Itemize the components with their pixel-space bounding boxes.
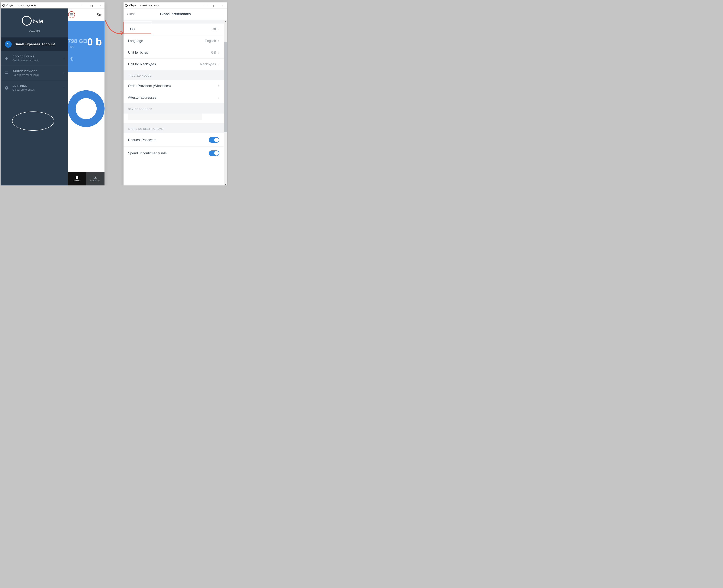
device-address-redacted: [128, 113, 202, 120]
chevron-right-icon: ›: [218, 27, 219, 31]
chevron-right-icon: ›: [218, 62, 219, 66]
tab-label: HOME: [73, 180, 80, 182]
hero-amount-faded: 798 GB: [68, 38, 87, 44]
preferences-list: TOR Off › Language English › Unit for by…: [124, 20, 224, 186]
section-header-trusted-nodes: TRUSTED NODES: [124, 70, 224, 80]
toggle-request-password[interactable]: [209, 137, 219, 143]
menu-subtitle: Create a new account: [13, 59, 38, 62]
window-main: Obyte — smart payments — ▢ ✕ byte v4.0.0…: [1, 2, 105, 186]
menu-title: PAIRED DEVICES: [13, 69, 39, 73]
window-controls: — ▢ ✕: [201, 2, 227, 8]
version-label: v4.0.0 light: [3, 29, 66, 32]
prefs-header: Close Global preferences: [124, 8, 227, 20]
hamburger-menu-button[interactable]: [68, 11, 75, 18]
peek-header: Sm: [68, 8, 105, 21]
main-content-peek: Sm 798 GB $20 0 b ‹ HOME REC: [68, 8, 105, 186]
chevron-right-icon: ›: [218, 39, 219, 43]
home-icon: [75, 176, 79, 179]
sidebar: byte v4.0.0 light S Small Expenses Accou…: [1, 8, 68, 186]
section-header-spending-restrictions: SPENDING RESTRICTIONS: [124, 123, 224, 133]
pref-row-tor[interactable]: TOR Off ›: [124, 23, 224, 35]
obyte-logo: byte: [20, 14, 48, 27]
pref-row-request-password[interactable]: Request Password: [124, 133, 224, 147]
svg-rect-1: [5, 72, 8, 74]
logo-block: byte v4.0.0 light: [1, 8, 68, 33]
chevron-right-icon: ›: [63, 57, 64, 60]
app-circle-icon: [2, 4, 5, 7]
chevron-right-icon: ›: [218, 84, 219, 88]
maximize-button[interactable]: ▢: [210, 2, 219, 8]
account-row[interactable]: S Small Expenses Account: [1, 38, 68, 51]
hero-back-chevron-icon[interactable]: ‹: [70, 53, 73, 63]
close-window-button[interactable]: ✕: [219, 2, 227, 8]
tab-receive[interactable]: RECEIVE: [86, 172, 105, 186]
tor-highlight-annotation: [124, 22, 151, 34]
window-controls: — ▢ ✕: [79, 2, 105, 8]
pref-label: TOR: [128, 27, 135, 31]
section-header-device-address: DEVICE ADDRESS: [124, 104, 224, 113]
close-window-button[interactable]: ✕: [96, 2, 105, 8]
window-preferences: Obyte — smart payments — ▢ ✕ Close Globa…: [124, 2, 227, 186]
menu-subtitle: Co-signers for multisig: [13, 74, 39, 77]
logo-text: byte: [33, 18, 43, 24]
maximize-button[interactable]: ▢: [87, 2, 96, 8]
window-title: Obyte — smart payments: [129, 4, 159, 7]
bottom-tabs: HOME RECEIVE: [68, 172, 105, 186]
peek-title-fragment: Sm: [97, 13, 102, 17]
download-icon: [93, 176, 97, 179]
pref-row-spend-unconfirmed[interactable]: Spend unconfirmed funds: [124, 147, 224, 160]
pref-value: Off: [211, 27, 216, 31]
pref-label: Attestor addresses: [128, 96, 156, 100]
pref-value: English: [205, 39, 216, 43]
chevron-right-icon: ›: [218, 96, 219, 100]
tab-label: RECEIVE: [90, 180, 101, 182]
svg-point-3: [72, 94, 101, 123]
pref-value: blackbytes: [200, 62, 216, 66]
scroll-up-button[interactable]: ▴: [224, 20, 227, 23]
account-badge: S: [5, 41, 12, 48]
vertical-scrollbar[interactable]: ▴ ▾: [224, 20, 227, 186]
plus-icon: [4, 57, 9, 60]
pref-label: Order Providers (Witnesses): [128, 84, 171, 88]
pref-label: Unit for bytes: [128, 51, 148, 55]
titlebar-prefs: Obyte — smart payments — ▢ ✕: [124, 2, 227, 8]
sidebar-item-add-account[interactable]: ADD ACCOUNT Create a new account ›: [1, 51, 68, 66]
pref-label: Spend unconfirmed funds: [128, 151, 167, 155]
hero-amount-faded-sub: $20: [70, 45, 74, 48]
menu-title: ADD ACCOUNT: [13, 55, 38, 58]
scroll-down-button[interactable]: ▾: [224, 183, 227, 186]
chevron-right-icon: ›: [218, 51, 219, 55]
close-link[interactable]: Close: [127, 12, 135, 16]
pref-label: Request Password: [128, 138, 156, 142]
pref-row-unit-blackbytes[interactable]: Unit for blackbytes blackbytes ›: [124, 59, 224, 70]
sidebar-item-paired-devices[interactable]: PAIRED DEVICES Co-signers for multisig ›: [1, 66, 68, 80]
balance-hero: 798 GB $20 0 b ‹: [68, 21, 105, 72]
chevron-right-icon: ›: [63, 86, 64, 89]
account-name: Small Expenses Account: [15, 42, 55, 46]
laptop-icon: [4, 71, 9, 75]
svg-point-0: [22, 16, 31, 25]
prefs-title: Global preferences: [124, 12, 227, 16]
pref-label: Language: [128, 39, 143, 43]
pref-row-unit-bytes[interactable]: Unit for bytes GB ›: [124, 47, 224, 59]
pref-label: Unit for blackbytes: [128, 62, 156, 66]
window-title: Obyte — smart payments: [6, 4, 36, 7]
pref-row-attestor[interactable]: Attestor addresses ›: [124, 92, 224, 104]
minimize-button[interactable]: —: [79, 2, 87, 8]
hero-balance: 0 b: [87, 36, 102, 48]
svg-rect-2: [4, 74, 9, 75]
donut-chart: [68, 72, 105, 172]
pref-row-language[interactable]: Language English ›: [124, 35, 224, 47]
scrollbar-thumb[interactable]: [224, 42, 227, 132]
pref-row-order-providers[interactable]: Order Providers (Witnesses) ›: [124, 80, 224, 92]
minimize-button[interactable]: —: [201, 2, 210, 8]
gear-icon: [4, 86, 9, 90]
toggle-spend-unconfirmed[interactable]: [209, 150, 219, 156]
tab-home[interactable]: HOME: [68, 172, 86, 186]
menu-title: SETTINGS: [13, 84, 35, 87]
arrow-annotation: [104, 19, 127, 38]
sidebar-item-settings[interactable]: SETTINGS Global preferences ›: [1, 80, 68, 95]
app-circle-icon: [125, 4, 128, 7]
titlebar-main: Obyte — smart payments — ▢ ✕: [1, 2, 105, 8]
chevron-right-icon: ›: [63, 71, 64, 75]
